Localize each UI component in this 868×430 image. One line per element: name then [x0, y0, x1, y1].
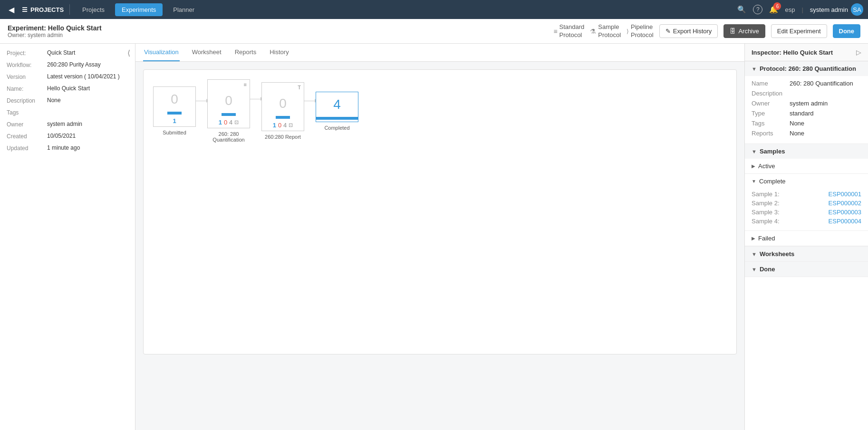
protocol-table: Name 260: 280 Quantification Description…	[745, 76, 868, 143]
quantification-count: 0	[208, 88, 250, 113]
submitted-counters: 1	[154, 116, 195, 126]
tab-history[interactable]: History	[269, 44, 289, 61]
sidebar-row-workflow: Workflow: 260:280 Purity Assay	[7, 61, 128, 68]
standard-protocol-text: Standard Protocol	[559, 23, 585, 39]
search-icon[interactable]: 🔍	[737, 5, 746, 14]
nav-tab-projects[interactable]: Projects	[76, 3, 111, 16]
archive-icon: 🗄	[730, 28, 736, 35]
submitted-label: Submitted	[163, 130, 186, 135]
divider: |	[801, 6, 803, 13]
sidebar-row-updated: Updated 1 minute ago	[7, 144, 128, 152]
sidebar-label-workflow: Workflow:	[7, 61, 47, 68]
done-button[interactable]: Done	[833, 24, 861, 38]
nav-tab-planner[interactable]: Planner	[166, 3, 201, 16]
quantification-counters: 1 0 4 ⊡	[208, 118, 250, 128]
sidebar-value-version: Latest version ( 10/04/2021 )	[47, 73, 128, 80]
inspector-samples-section: ▼ Samples ▶ Active ▼ Complete	[745, 144, 868, 247]
samples-section-header[interactable]: ▼ Samples	[745, 144, 868, 159]
inspector-collapse-button[interactable]: ▷	[856, 48, 861, 56]
sidebar-label-version: Version	[7, 73, 47, 80]
copy-icon-2[interactable]: ⊡	[289, 122, 293, 128]
inspector-row-owner: Owner system admin	[752, 100, 861, 107]
export-history-button[interactable]: ✎ Export History	[659, 24, 718, 38]
worksheets-section-title: Worksheets	[760, 250, 794, 258]
active-subsection-header[interactable]: ▶ Active	[745, 159, 868, 173]
samples-section-title: Samples	[760, 148, 785, 155]
sidebar-row-name: Name: Hello Quick Start	[7, 85, 128, 92]
complete-chevron: ▼	[752, 179, 756, 184]
quantification-box: ≡ 0 1 0 4 ⊡	[207, 79, 250, 128]
user-menu[interactable]: system admin SA	[810, 3, 863, 16]
failed-label: Failed	[758, 235, 775, 242]
export-icon: ✎	[665, 28, 671, 35]
workflow-node-report: T 0 1 0 4 ⊡ 260:280 Report	[261, 82, 304, 140]
worksheets-section-header[interactable]: ▼ Worksheets	[745, 247, 868, 261]
sidebar-label-updated: Updated	[7, 144, 47, 152]
tab-reports[interactable]: Reports	[234, 44, 258, 61]
tab-worksheet[interactable]: Worksheet	[191, 44, 222, 61]
workflow-nodes: 0 1 Submitted ≡	[153, 79, 358, 143]
main-layout: ⟨ Project: Quick Start Workflow: 260:280…	[0, 44, 868, 430]
back-button[interactable]: ◀	[5, 3, 18, 16]
sidebar-label-tags: Tags	[7, 109, 47, 116]
sidebar-value-created: 10/05/2021	[47, 133, 128, 139]
sample-4-label: Sample 4:	[752, 218, 780, 225]
copy-icon[interactable]: ⊡	[234, 119, 239, 125]
pipeline-protocol-item: ⟩ Pipeline Protocol	[627, 23, 654, 39]
nav-tab-experiments[interactable]: Experiments	[115, 3, 163, 16]
sidebar-label-description: Description	[7, 97, 47, 104]
report-count: 0	[262, 91, 304, 116]
workflow-node-quantification: ≡ 0 1 0 4 ⊡ 260: 280Quantification	[207, 79, 250, 143]
sample-row-4: Sample 4: ESP000004	[752, 218, 861, 225]
protocol-section-header[interactable]: ▼ Protocol: 260: 280 Quantification	[745, 61, 868, 76]
inspector-row-name: Name 260: 280 Quantification	[752, 80, 861, 87]
protocol-chevron: ▼	[752, 66, 757, 72]
tab-bar: Visualization Worksheet Reports History	[135, 44, 744, 62]
samples-active-subsection: ▶ Active	[745, 159, 868, 174]
submitted-box: 0 1	[153, 86, 196, 127]
failed-chevron: ▶	[752, 236, 755, 241]
done-chevron: ▼	[752, 267, 757, 272]
sample-2-link[interactable]: ESP000002	[829, 200, 861, 207]
complete-label: Complete	[759, 178, 786, 185]
done-section-header[interactable]: ▼ Done	[745, 262, 868, 277]
notification-icon[interactable]: 🔔 6	[769, 5, 778, 14]
sidebar-row-project: Project: Quick Start	[7, 49, 128, 57]
tab-visualization[interactable]: Visualization	[143, 44, 180, 61]
pipeline-protocol-icon: ⟩	[627, 28, 629, 35]
edit-experiment-button[interactable]: Edit Experiment	[771, 24, 827, 38]
projects-text: PROJECTS	[30, 6, 64, 13]
report-label: 260:280 Report	[265, 134, 301, 140]
sidebar-value-updated: 1 minute ago	[47, 144, 128, 151]
sample-2-label: Sample 2:	[752, 200, 780, 207]
sidebar-collapse-button[interactable]: ⟨	[127, 48, 130, 57]
sample-4-link[interactable]: ESP000004	[829, 218, 861, 225]
nav-icons: 🔍 ? 🔔 6 esp | system admin SA	[737, 3, 863, 16]
sidebar-value-workflow: 260:280 Purity Assay	[47, 61, 128, 68]
sample-1-link[interactable]: ESP000001	[829, 191, 861, 198]
sidebar-row-created: Created 10/05/2021	[7, 133, 128, 140]
help-icon[interactable]: ?	[753, 5, 762, 14]
sidebar-row-version: Version Latest version ( 10/04/2021 )	[7, 73, 128, 80]
report-box: T 0 1 0 4 ⊡	[261, 82, 304, 131]
experiment-owner: Owner: system admin	[8, 32, 549, 38]
failed-subsection-header[interactable]: ▶ Failed	[745, 231, 868, 246]
experiment-title: Experiment: Hello Quick Start	[8, 24, 549, 32]
workflow-node-completed: 4 Completed	[316, 92, 358, 131]
notification-badge: 6	[773, 2, 781, 10]
sample-3-label: Sample 3:	[752, 209, 780, 216]
done-section-title: Done	[760, 266, 775, 273]
sidebar-value-description: None	[47, 97, 128, 104]
submitted-count-blue: 1	[173, 117, 176, 124]
center-content: Visualization Worksheet Reports History …	[135, 44, 744, 430]
sample-row-1: Sample 1: ESP000001	[752, 191, 861, 198]
complete-subsection-header[interactable]: ▼ Complete	[745, 174, 868, 189]
sample-3-link[interactable]: ESP000003	[829, 209, 861, 216]
inspector-row-type: Type standard	[752, 110, 861, 117]
standard-protocol-icon: ≡	[553, 28, 557, 35]
sidebar-value-project: Quick Start	[47, 49, 128, 56]
completed-count: 4	[316, 92, 358, 117]
sidebar-label-owner: Owner	[7, 121, 47, 128]
archive-button[interactable]: 🗄 Archive	[723, 24, 765, 38]
samples-failed-subsection: ▶ Failed	[745, 231, 868, 246]
